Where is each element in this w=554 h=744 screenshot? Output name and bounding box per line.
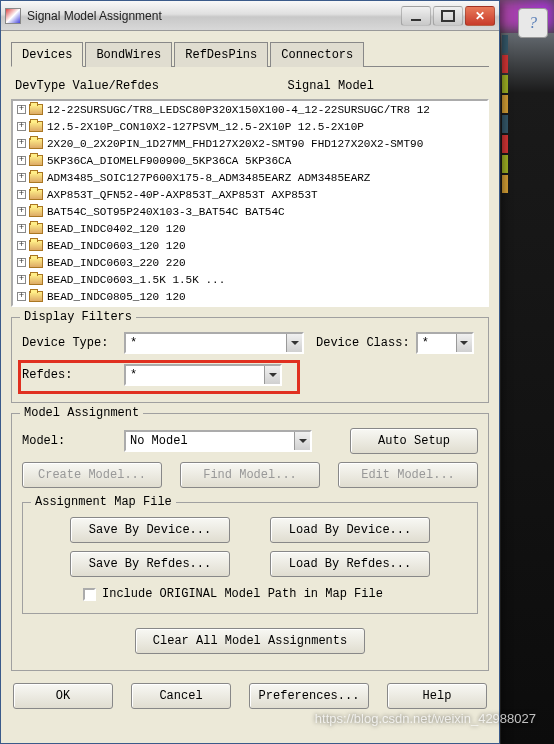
expand-icon[interactable]: + (17, 275, 26, 284)
folder-icon (29, 121, 43, 132)
expand-icon[interactable]: + (17, 292, 26, 301)
map-file-group: Assignment Map File Save By Device... Lo… (22, 502, 478, 614)
tree-row-label: BEAD_INDC0603_1.5K 1.5K ... (47, 274, 225, 286)
expand-icon[interactable]: + (17, 207, 26, 216)
tree-row-label: BEAD_INDC0603_120 120 (47, 240, 186, 252)
window-title: Signal Model Assignment (27, 9, 401, 23)
tree-row-label: BEAD_INDC0603_220 220 (47, 257, 186, 269)
device-class-combo[interactable]: * (416, 332, 474, 354)
tree-row[interactable]: +12.5-2X10P_CON10X2-127PSVM_12.5-2X10P 1… (13, 118, 487, 135)
expand-icon[interactable]: + (17, 258, 26, 267)
filters-legend: Display Filters (20, 310, 136, 324)
checkbox-icon (83, 588, 96, 601)
folder-icon (29, 291, 43, 302)
folder-icon (29, 189, 43, 200)
model-combo[interactable]: No Model (124, 430, 312, 452)
device-class-value: * (418, 334, 456, 352)
include-original-label: Include ORIGINAL Model Path in Map File (102, 587, 383, 601)
device-class-label: Device Class: (316, 336, 410, 350)
edit-model-button[interactable]: Edit Model... (338, 462, 478, 488)
tree-row[interactable]: +5KP36CA_DIOMELF900900_5KP36CA 5KP36CA (13, 152, 487, 169)
chevron-down-icon (456, 334, 472, 352)
tree-row-label: 2X20_0_2X20PIN_1D27MM_FHD127X20X2-SMT90 … (47, 138, 423, 150)
model-label: Model: (22, 434, 118, 448)
folder-icon (29, 240, 43, 251)
folder-icon (29, 223, 43, 234)
tabstrip: Devices BondWires RefDesPins Connectors (11, 41, 489, 67)
tree-row[interactable]: +BEAD_INDC0603_220 220 (13, 254, 487, 271)
bottom-button-bar: OK Cancel Preferences... Help (11, 683, 489, 709)
include-original-checkbox[interactable]: Include ORIGINAL Model Path in Map File (83, 587, 467, 601)
folder-icon (29, 138, 43, 149)
preferences-button[interactable]: Preferences... (249, 683, 369, 709)
expand-icon[interactable]: + (17, 122, 26, 131)
device-tree: +12-22SURSUGC/TR8_LEDSC80P320X150X100-4_… (11, 99, 489, 307)
tab-connectors[interactable]: Connectors (270, 42, 364, 67)
tree-row-label: BEAD_INDC0805_120 120 (47, 291, 186, 303)
chevron-down-icon (264, 366, 280, 384)
display-filters-group: Display Filters Device Type: * Device Cl… (11, 317, 489, 403)
tree-row-label: AXP853T_QFN52-40P-AXP853T_AXP853T AXP853… (47, 189, 318, 201)
device-type-label: Device Type: (22, 336, 118, 350)
tree-row[interactable]: +ADM3485_SOIC127P600X175-8_ADM3485EARZ A… (13, 169, 487, 186)
expand-icon[interactable]: + (17, 241, 26, 250)
folder-icon (29, 155, 43, 166)
tree-row-label: 12.5-2X10P_CON10X2-127PSVM_12.5-2X10P 12… (47, 121, 364, 133)
tree-row[interactable]: +BEAD_INDC0402_120 120 (13, 220, 487, 237)
tree-row-label: BAT54C_SOT95P240X103-3_BAT54C BAT54C (47, 206, 285, 218)
minimize-button[interactable] (401, 6, 431, 26)
tree-row-label: 5KP36CA_DIOMELF900900_5KP36CA 5KP36CA (47, 155, 291, 167)
save-by-device-button[interactable]: Save By Device... (70, 517, 230, 543)
device-type-combo[interactable]: * (124, 332, 304, 354)
expand-icon[interactable]: + (17, 156, 26, 165)
load-by-device-button[interactable]: Load By Device... (270, 517, 430, 543)
expand-icon[interactable]: + (17, 173, 26, 182)
dialog-window: Signal Model Assignment Devices BondWire… (0, 0, 500, 744)
expand-icon[interactable]: + (17, 105, 26, 114)
tree-row[interactable]: +BAT54C_SOT95P240X103-3_BAT54C BAT54C (13, 203, 487, 220)
folder-icon (29, 206, 43, 217)
clear-all-button[interactable]: Clear All Model Assignments (135, 628, 365, 654)
device-type-value: * (126, 334, 286, 352)
tree-row-label: ADM3485_SOIC127P600X175-8_ADM3485EARZ AD… (47, 172, 370, 184)
tab-refdespins[interactable]: RefDesPins (174, 42, 268, 67)
expand-icon[interactable]: + (17, 224, 26, 233)
tree-row[interactable]: +BEAD_INDC0603_120 120 (13, 237, 487, 254)
close-button[interactable] (465, 6, 495, 26)
folder-icon (29, 172, 43, 183)
expand-icon[interactable]: + (17, 139, 26, 148)
maximize-button[interactable] (433, 6, 463, 26)
tree-row[interactable]: +AXP853T_QFN52-40P-AXP853T_AXP853T AXP85… (13, 186, 487, 203)
folder-icon (29, 274, 43, 285)
watermark: https://blog.csdn.net/weixin_42988027 (315, 711, 536, 726)
expand-icon[interactable]: + (17, 190, 26, 199)
save-by-refdes-button[interactable]: Save By Refdes... (70, 551, 230, 577)
tree-row[interactable]: +BEAD_INDC0805_120 120 (13, 288, 487, 305)
tree-row[interactable]: +2X20_0_2X20PIN_1D27MM_FHD127X20X2-SMT90… (13, 135, 487, 152)
refdes-combo[interactable]: * (124, 364, 282, 386)
model-value: No Model (126, 432, 294, 450)
cancel-button[interactable]: Cancel (131, 683, 231, 709)
tree-row[interactable]: +BEAD_INDC0603_1.5K 1.5K ... (13, 271, 487, 288)
model-assignment-group: Model Assignment Model: No Model Auto Se… (11, 413, 489, 671)
folder-icon (29, 257, 43, 268)
help-icon[interactable]: ? (518, 8, 548, 38)
auto-setup-button[interactable]: Auto Setup (350, 428, 478, 454)
tab-devices[interactable]: Devices (11, 42, 83, 67)
col-signalmodel: Signal Model (288, 79, 374, 93)
app-icon (5, 8, 21, 24)
load-by-refdes-button[interactable]: Load By Refdes... (270, 551, 430, 577)
tree-scroll[interactable]: +12-22SURSUGC/TR8_LEDSC80P320X150X100-4_… (13, 101, 487, 305)
titlebar: Signal Model Assignment (1, 1, 499, 31)
col-devtype: DevType Value/Refdes (15, 79, 288, 93)
help-button[interactable]: Help (387, 683, 487, 709)
find-model-button[interactable]: Find Model... (180, 462, 320, 488)
ok-button[interactable]: OK (13, 683, 113, 709)
refdes-value: * (126, 366, 264, 384)
create-model-button[interactable]: Create Model... (22, 462, 162, 488)
tree-row-label: BEAD_INDC0402_120 120 (47, 223, 186, 235)
refdes-label: Refdes: (22, 368, 118, 382)
tree-row[interactable]: +12-22SURSUGC/TR8_LEDSC80P320X150X100-4_… (13, 101, 487, 118)
tree-row-label: 12-22SURSUGC/TR8_LEDSC80P320X150X100-4_1… (47, 104, 430, 116)
tab-bondwires[interactable]: BondWires (85, 42, 172, 67)
